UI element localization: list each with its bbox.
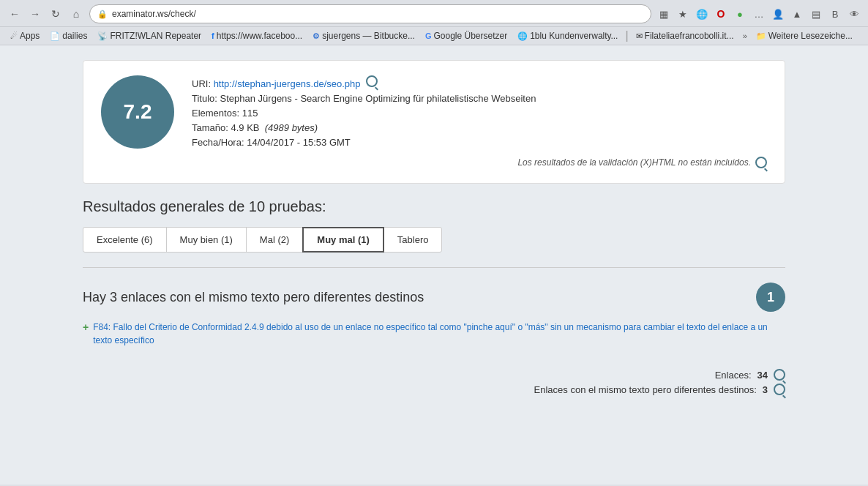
opera-button[interactable]: O [713,6,729,22]
issue-title: Hay 3 enlaces con el mismo texto pero di… [83,290,747,305]
bookmark-apps[interactable]: ☄ Apps [6,29,44,42]
stats-row: Enlaces: 34 Enlaces con el mismo texto p… [83,369,785,395]
tamano-label: Tamaño: [192,122,228,133]
stat-enlaces-mismo: Enlaces con el mismo texto pero diferent… [83,384,785,395]
validation-text: Los resultados de la validación (X)HTML … [517,157,751,168]
bookmark-1blu[interactable]: 🌐 1blu Kundenverwaltу... [513,29,622,42]
titulo-row: Titulo: Stephan Jürgens - Search Engine … [192,93,767,104]
elementos-label: Elementos: [192,108,239,119]
translate-button[interactable]: 🌐 [694,6,710,22]
bookmark-bitbucket-label: sjuergens — Bitbucke... [322,31,415,41]
bookmark-facebook-label: https://www.faceboo... [217,31,302,41]
stat-enlaces: Enlaces: 34 [83,369,785,381]
titulo-label: Titulo: [192,93,217,104]
eye-button[interactable]: 👁 [846,6,862,22]
dailies-icon: 📄 [50,31,60,41]
bookmark-bitbucket[interactable]: ⚙ sjuergens — Bitbucke... [308,29,419,42]
tabs-row: Excelente (6) Muy bien (1) Mal (2) Muy m… [83,227,785,253]
bookmark-filateleia[interactable]: ✉ Filateliaefrancоbolli.it... [632,29,738,42]
elementos-row: Elementos: 115 [192,108,767,119]
enlaces-mismo-value: 3 [763,384,768,395]
fecha-label: Fecha/Hora: [192,137,244,148]
bookmark-separator: | [625,29,628,42]
enlaces-mismo-search-icon[interactable] [774,384,785,395]
card-details: URI: http://stephan-juergens.de/seo.php … [192,75,767,168]
enlaces-value: 34 [757,370,768,381]
lock-icon: 🔒 [97,10,108,19]
results-title: Resultados generales de 10 pruebas: [83,198,785,215]
titulo-value: Stephan Jürgens - Search Engine Optimizi… [220,93,536,104]
vpn-button[interactable]: ● [732,6,748,22]
filateleia-icon: ✉ [636,31,643,41]
enlaces-search-icon[interactable] [774,369,785,381]
tamano-value: 4.9 KB [231,122,260,133]
tab-muy-mal[interactable]: Muy mal (1) [302,227,384,253]
tamano-row: Tamaño: 4.9 KB (4989 bytes) [192,122,767,133]
tab-mal[interactable]: Mal (2) [246,227,303,253]
sync-button[interactable]: ▲ [789,6,805,22]
bookmark-fritzwlan-label: FRITZ!WLAN Repeater [110,31,201,41]
reload-button[interactable]: ↻ [47,5,64,23]
bookmarks-bar: ☄ Apps 📄 dailies 📡 FRITZ!WLAN Repeater f… [0,27,868,45]
bookmark-facebook[interactable]: f https://www.faceboo... [207,29,307,42]
main-card: 7.2 URI: http://stephan-juergens.de/seo.… [83,60,785,184]
issue-header: Hay 3 enlaces con el mismo texto pero di… [83,283,785,312]
back-button[interactable]: ← [6,5,23,23]
bitbucket-icon: ⚙ [313,31,320,41]
star-button[interactable]: ★ [675,6,691,22]
browser-toolbar: ← → ↻ ⌂ 🔒 examinator.ws/check/ ▦ ★ 🌐 O ●… [0,0,868,27]
1blu-icon: 🌐 [517,31,528,41]
uri-row: URI: http://stephan-juergens.de/seo.php [192,75,767,89]
more-label: » [743,31,747,40]
uri-label: URI: [192,78,211,89]
validation-search-icon[interactable] [755,157,767,168]
bookmark-more[interactable]: » [740,30,750,42]
uri-link[interactable]: http://stephan-juergens.de/seo.php [214,78,361,89]
toolbar-icons: ▦ ★ 🌐 O ● … 👤 ▲ ▤ B 👁 [656,6,862,22]
extensions-button[interactable]: ▦ [656,6,672,22]
bookmark-fritzwlan[interactable]: 📡 FRITZ!WLAN Repeater [93,29,206,42]
fecha-value: 14/04/2017 - 15:53 GMT [247,137,351,148]
bookmark-dailies[interactable]: 📄 dailies [45,29,91,42]
tab-muy-bien[interactable]: Muy bien (1) [166,227,247,253]
address-bar[interactable]: 🔒 examinator.ws/check/ [89,4,651,23]
apps-label: Apps [20,31,40,41]
bookmark-1blu-label: 1blu Kundenverwaltу... [530,31,618,41]
issue-section: Hay 3 enlaces con el mismo texto pero di… [83,283,785,395]
score-value: 7.2 [124,100,152,124]
page-content: 7.2 URI: http://stephan-juergens.de/seo.… [0,45,868,485]
tab-excelente[interactable]: Excelente (6) [83,227,167,253]
bookmark-google-translate[interactable]: G Google Übersetzer [421,29,512,42]
expand-icon[interactable]: + [83,321,89,333]
weitere-folder-icon: 📁 [756,31,766,41]
fritzwlan-icon: 📡 [97,31,108,41]
validation-note: Los resultados de la validación (X)HTML … [192,157,767,168]
menu-button[interactable]: … [751,6,767,22]
bookmark-weitere-label: Weitere Lesezeiche... [768,31,853,41]
score-circle: 7.2 [101,75,174,149]
google-translate-icon: G [425,31,432,40]
apps-icon: ☄ [10,31,18,41]
issue-detail-text: F84: Fallo del Criterio de Conformidad 2… [93,321,785,347]
bookmark-weitere[interactable]: 📁 Weitere Lesezeiche... [752,29,857,42]
bookmark-dailies-label: dailies [62,31,87,41]
tab-tablero[interactable]: Tablero [384,227,443,253]
enlaces-mismo-label: Enlaces con el mismo texto pero diferent… [534,384,757,395]
nav-buttons: ← → ↻ ⌂ [6,5,85,23]
bookmark-filateleia-label: Filateliaefrancоbolli.it... [645,31,734,41]
forward-button[interactable]: → [26,5,44,23]
enlaces-label: Enlaces: [715,370,752,381]
results-section: Resultados generales de 10 pruebas: Exce… [83,198,785,413]
user-button[interactable]: 👤 [770,6,786,22]
home-button[interactable]: ⌂ [67,5,85,23]
issue-detail: + F84: Fallo del Criterio de Conformidad… [83,321,785,347]
bookmark-google-translate-label: Google Übersetzer [433,31,507,41]
facebook-icon: f [212,31,214,40]
elementos-value: 115 [242,108,258,119]
browser-frame: ← → ↻ ⌂ 🔒 examinator.ws/check/ ▦ ★ 🌐 O ●… [0,0,868,486]
address-text: examinator.ws/check/ [112,9,643,19]
tamano-bytes: (4989 bytes) [265,122,318,133]
ext2-button[interactable]: B [827,6,843,22]
rss-button[interactable]: ▤ [808,6,824,22]
uri-search-icon[interactable] [366,75,378,87]
